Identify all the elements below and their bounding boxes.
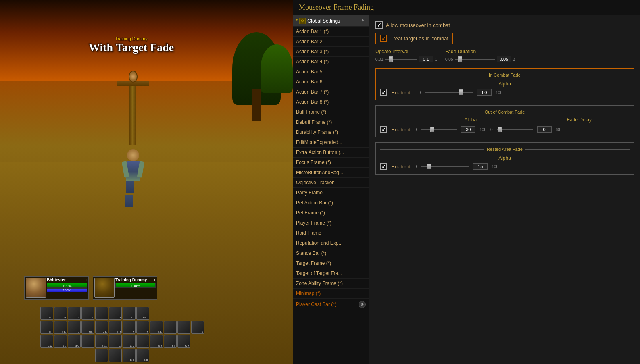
sidebar-scroll-button[interactable]: ⚙	[359, 301, 366, 308]
in-combat-alpha-value[interactable]: 80	[477, 89, 492, 96]
ooc-delay-thumb[interactable]	[498, 127, 502, 132]
sidebar-item-action-bar-6[interactable]: Action Bar 6	[293, 77, 369, 87]
sidebar-item-target-frame[interactable]: Target Frame (*)	[293, 258, 369, 268]
target-health-text: 100%	[116, 283, 155, 288]
sidebar-item-action-bar-7[interactable]: Action Bar 7 (*)	[293, 87, 369, 97]
action-btn[interactable]: a·R	[123, 307, 136, 320]
sidebar-item-raid-frame[interactable]: Raid Frame	[293, 228, 369, 238]
sidebar-item-minimap[interactable]: Minimap (*)	[293, 289, 369, 299]
action-btn[interactable]: G·C	[123, 349, 136, 362]
training-dummy-area: Training Dummy With Target Fade	[89, 36, 174, 54]
in-combat-alpha-thumb[interactable]	[459, 89, 463, 95]
action-btn[interactable]: 2	[109, 307, 122, 320]
update-interval-thumb[interactable]	[389, 56, 393, 62]
sidebar-item-icon: ⚙	[299, 18, 306, 24]
action-btn[interactable]	[95, 349, 108, 362]
sidebar-item-player-cast-bar[interactable]: Player Cast Bar (*) ⚙	[293, 299, 369, 310]
sidebar-scroll-btn-right[interactable]	[360, 17, 366, 24]
fade-duration-value[interactable]: 0.05	[497, 56, 511, 62]
treat-target-checkbox[interactable]	[380, 35, 387, 42]
sidebar-item-stance-bar[interactable]: Stance Bar (*)	[293, 248, 369, 258]
action-btn[interactable]: X	[123, 321, 136, 334]
sidebar-item-label: Global Settings	[307, 18, 340, 24]
sidebar-item-extra-action-button[interactable]: Extra Action Button (...	[293, 148, 369, 158]
action-btn[interactable]: Q	[54, 307, 67, 320]
action-btn[interactable]: 4	[81, 307, 94, 320]
sidebar-item-debuff-frame[interactable]: Debuff Frame (*)	[293, 117, 369, 127]
action-btn[interactable]: 3	[68, 307, 81, 320]
rested-enabled-checkbox[interactable]	[380, 163, 387, 170]
sidebar-item-durability-frame[interactable]: Durability Frame (*)	[293, 127, 369, 137]
sidebar-item-global-settings[interactable]: * ⚙ Global Settings	[293, 15, 369, 27]
rested-alpha-thumb[interactable]	[427, 164, 431, 169]
rested-enabled-label: Enabled	[391, 164, 411, 170]
ooc-alpha-thumb[interactable]	[430, 127, 434, 132]
action-btn[interactable]: G·E	[95, 321, 108, 334]
action-btn[interactable]: Nu...	[81, 321, 94, 334]
action-btn[interactable]: s·F	[40, 307, 53, 320]
sidebar-item-action-bar-8[interactable]: Action Bar 8 (*)	[293, 97, 369, 107]
action-btn[interactable]: a·Q	[68, 335, 81, 348]
sidebar-item-objective-tracker[interactable]: Objective Tracker	[293, 178, 369, 188]
action-btn[interactable]: a·N...	[95, 335, 108, 348]
sidebar-item-label: Action Bar 6	[296, 79, 322, 85]
sidebar-item-micro-button[interactable]: MicroButtonAndBag...	[293, 168, 369, 178]
fade-duration-container: Fade Duration 0.05 0.05 2	[445, 49, 515, 62]
rested-alpha-value[interactable]: 15	[473, 163, 488, 170]
sidebar-item-reputation[interactable]: Reputation and Exp...	[293, 238, 369, 248]
action-bar-row1: s·F Q 3 4 1 2 a·R Mo...	[40, 307, 204, 320]
action-btn[interactable]: ^	[136, 335, 149, 348]
panel-content: * ⚙ Global Settings Action Bar 1 (*) Act…	[293, 15, 640, 364]
action-btn[interactable]: a·E	[150, 321, 163, 334]
action-btn[interactable]	[109, 349, 122, 362]
sidebar-item-zone-ability[interactable]: Zone Ability Frame (*)	[293, 279, 369, 289]
action-btn[interactable]: 1	[95, 307, 108, 320]
sidebar-item-action-bar-1[interactable]: Action Bar 1 (*)	[293, 27, 369, 37]
sidebar-item-party-frame[interactable]: Party Frame	[293, 188, 369, 198]
sidebar[interactable]: * ⚙ Global Settings Action Bar 1 (*) Act…	[293, 15, 369, 364]
player-mana-text: 100%	[47, 289, 87, 293]
action-btn[interactable]: G·X	[177, 335, 190, 348]
rested-alpha-min: 0	[415, 164, 417, 169]
sidebar-item-pet-action-bar[interactable]: Pet Action Bar (*)	[293, 198, 369, 208]
fade-duration-thumb[interactable]	[458, 56, 462, 62]
player-level: 1	[85, 278, 87, 282]
action-btn[interactable]: s·2	[150, 335, 163, 348]
action-btn[interactable]: s·1	[54, 335, 67, 348]
update-interval-value[interactable]: 0.1	[419, 56, 433, 62]
action-btn[interactable]: 6	[191, 321, 204, 334]
in-combat-alpha-label: Alpha	[498, 81, 511, 87]
action-btn[interactable]: s·E	[54, 321, 67, 334]
sidebar-item-action-bar-2[interactable]: Action Bar 2	[293, 37, 369, 47]
ooc-delay-value[interactable]: 0	[537, 126, 552, 133]
action-btn[interactable]	[164, 321, 177, 334]
allow-mouseover-checkbox[interactable]	[375, 21, 383, 29]
sidebar-item-label: Target Frame (*)	[296, 260, 331, 266]
ooc-enabled-checkbox[interactable]	[380, 126, 387, 133]
sidebar-item-action-bar-5[interactable]: Action Bar 5	[293, 67, 369, 77]
action-btn[interactable]: F1	[68, 321, 81, 334]
action-btn[interactable]: G·Q	[136, 349, 149, 362]
sidebar-item-player-frame[interactable]: Player Frame (*)	[293, 218, 369, 228]
sidebar-item-buff-frame[interactable]: Buff Frame (*)	[293, 107, 369, 117]
fade-duration-label: Fade Duration	[445, 49, 515, 54]
in-combat-enabled-checkbox[interactable]	[380, 89, 387, 96]
action-btn[interactable]: G·C	[123, 335, 136, 348]
sidebar-item-focus-frame[interactable]: Focus Frame (*)	[293, 158, 369, 168]
action-btn[interactable]: Y	[136, 321, 149, 334]
action-bar-row2: s·F s·E F1 Nu... G·E s·R X Y a·E 6	[40, 321, 204, 334]
sidebar-item-action-bar-4[interactable]: Action Bar 4 (*)	[293, 57, 369, 67]
sidebar-item-pet-frame[interactable]: Pet Frame (*)	[293, 208, 369, 218]
sidebar-item-target-of-target[interactable]: Target of Target Fra...	[293, 268, 369, 279]
action-btn[interactable]: s·F	[164, 335, 177, 348]
sidebar-item-action-bar-3[interactable]: Action Bar 3 (*)	[293, 47, 369, 57]
action-btn[interactable]	[177, 321, 190, 334]
action-btn[interactable]: Mo...	[136, 307, 149, 320]
action-btn[interactable]: s·F	[40, 321, 53, 334]
ooc-alpha-value[interactable]: 30	[461, 126, 475, 133]
action-btn[interactable]: s·R	[109, 321, 122, 334]
action-btn[interactable]: G	[109, 335, 122, 348]
action-btn[interactable]	[81, 335, 94, 348]
action-btn[interactable]: G·Q	[40, 335, 53, 348]
sidebar-item-edit-mode[interactable]: EditModeExpanded...	[293, 137, 369, 148]
